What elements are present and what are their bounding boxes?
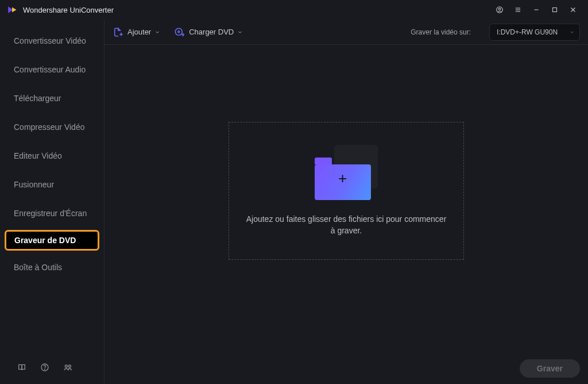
burn-button-label: Graver xyxy=(537,364,563,373)
content-area: Ajouter Charger DVD Graver la v xyxy=(105,20,588,384)
drop-zone-container: + Ajoutez ou faites glisser des fichiers… xyxy=(105,45,588,353)
svg-point-11 xyxy=(65,365,67,367)
burn-target-label: Graver la vidéo sur: xyxy=(411,28,471,36)
svg-point-16 xyxy=(178,30,180,32)
chevron-down-icon xyxy=(154,29,160,35)
svg-point-12 xyxy=(68,365,71,367)
community-icon[interactable] xyxy=(63,363,72,372)
sidebar-item-audio-converter[interactable]: Convertisseur Audio xyxy=(0,55,104,84)
app-title: Wondershare UniConverter xyxy=(23,6,114,14)
add-file-icon xyxy=(113,27,123,37)
sidebar-item-video-editor[interactable]: Editeur Vidéo xyxy=(0,141,104,170)
sidebar-item-dvd-burner[interactable]: Graveur de DVD xyxy=(5,230,99,251)
svg-point-10 xyxy=(45,369,45,370)
load-dvd-label: Charger DVD xyxy=(189,28,234,36)
drop-hint-text: Ajoutez ou faites glisser des fichiers i… xyxy=(237,214,455,236)
menu-icon[interactable] xyxy=(510,2,526,18)
sidebar-item-screen-recorder[interactable]: Enregistreur d'Écran xyxy=(0,199,104,228)
svg-point-15 xyxy=(175,28,182,35)
sidebar-item-downloader[interactable]: Téléchargeur xyxy=(0,84,104,113)
minimize-button[interactable] xyxy=(528,2,544,18)
close-button[interactable] xyxy=(565,2,581,18)
sidebar-item-toolbox[interactable]: Boîte à Outils xyxy=(0,253,104,282)
svg-rect-6 xyxy=(553,8,557,12)
svg-point-1 xyxy=(498,8,501,10)
sidebar-item-video-converter[interactable]: Convertisseur Vidéo xyxy=(0,26,104,55)
sidebar: Convertisseur Vidéo Convertisseur Audio … xyxy=(0,20,104,384)
folder-add-icon: + xyxy=(315,145,378,200)
sidebar-item-label: Boîte à Outils xyxy=(14,263,62,272)
sidebar-item-label: Enregistreur d'Écran xyxy=(14,209,87,218)
chevron-down-icon xyxy=(569,24,575,40)
add-files-button[interactable]: Ajouter xyxy=(113,27,160,37)
maximize-button[interactable] xyxy=(547,2,563,18)
sidebar-item-label: Fusionneur xyxy=(14,180,54,189)
burn-target-value: I:DVD+-RW GU90N xyxy=(497,28,558,36)
burn-button[interactable]: Graver xyxy=(520,359,580,378)
sidebar-item-label: Compresseur Vidéo xyxy=(14,122,84,132)
sidebar-item-label: Convertisseur Audio xyxy=(14,65,86,74)
bottom-bar: Graver xyxy=(105,353,588,384)
sidebar-item-label: Téléchargeur xyxy=(14,94,61,103)
sidebar-item-label: Graveur de DVD xyxy=(14,236,76,245)
help-icon[interactable] xyxy=(40,363,49,372)
toolbar: Ajouter Charger DVD Graver la v xyxy=(105,20,588,45)
drop-zone[interactable]: + Ajoutez ou faites glisser des fichiers… xyxy=(229,122,464,260)
chevron-down-icon xyxy=(237,29,243,35)
account-icon[interactable] xyxy=(492,2,508,18)
sidebar-item-label: Convertisseur Vidéo xyxy=(14,36,86,45)
sidebar-item-compressor[interactable]: Compresseur Vidéo xyxy=(0,113,104,141)
disc-add-icon xyxy=(174,27,184,37)
sidebar-footer xyxy=(0,351,104,384)
titlebar: Wondershare UniConverter xyxy=(0,0,588,20)
burn-target-select[interactable]: I:DVD+-RW GU90N xyxy=(489,24,580,41)
app-logo xyxy=(7,5,17,15)
sidebar-item-merger[interactable]: Fusionneur xyxy=(0,170,104,199)
sidebar-item-label: Editeur Vidéo xyxy=(14,151,62,160)
add-label: Ajouter xyxy=(127,28,151,36)
load-dvd-button[interactable]: Charger DVD xyxy=(174,27,243,37)
guide-icon[interactable] xyxy=(17,363,26,372)
